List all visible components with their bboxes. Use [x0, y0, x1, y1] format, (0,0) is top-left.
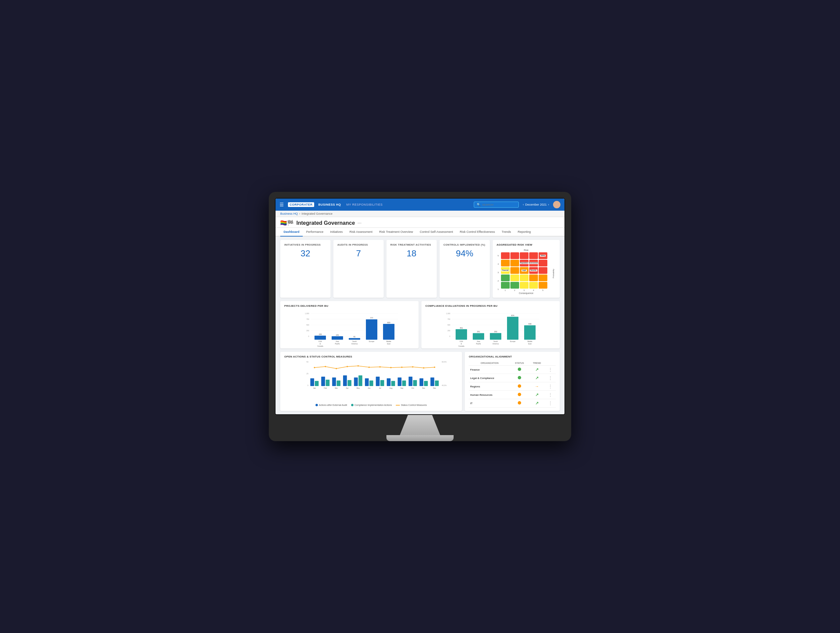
- matrix-cell: [520, 282, 529, 289]
- svg-text:777: 777: [370, 317, 373, 319]
- svg-text:61: 61: [354, 336, 355, 338]
- trend-arrow: ↗: [535, 376, 538, 380]
- top-navigation: ☰ CORPORATER BUSINESS HQ MY RESPONSIBILI…: [276, 199, 564, 211]
- svg-rect-78: [358, 375, 362, 386]
- row-more-icon[interactable]: ⋮: [545, 366, 556, 374]
- tab-control-self[interactable]: Control Self-Assessment: [416, 228, 456, 237]
- svg-text:Feb: Feb: [324, 387, 327, 389]
- trend-arrow: ↗: [535, 367, 538, 372]
- open-actions-card: OPEN ACTIONS & STATUS CONTROL MEASURES 5…: [280, 352, 462, 411]
- projects-title: PROJECTS DELIVERED PER BU: [284, 305, 415, 308]
- legend-label: Compliance Implementation Actions: [354, 404, 392, 406]
- nav-responsibilities[interactable]: MY RESPONSIBILITIES: [346, 203, 383, 206]
- breadcrumb-current: Integrated Governance: [302, 212, 333, 215]
- table-row: IT↗⋮: [469, 399, 556, 407]
- row-more-icon[interactable]: ⋮: [545, 382, 556, 391]
- svg-rect-95: [420, 378, 423, 386]
- svg-text:155: 155: [319, 333, 322, 335]
- page-title: Integrated Governance: [296, 220, 355, 226]
- svg-text:1,000: 1,000: [446, 313, 450, 314]
- tab-risk-treatment[interactable]: Risk Treatment Overview: [376, 228, 417, 237]
- svg-text:Europe: Europe: [510, 340, 515, 343]
- prev-date-icon[interactable]: ‹: [523, 203, 524, 206]
- tab-performance[interactable]: Performance: [303, 228, 327, 237]
- kpi-initiatives-title: INITIATIVES IN PROGRESS: [284, 243, 327, 246]
- svg-point-106: [368, 366, 369, 368]
- svg-rect-98: [430, 378, 434, 386]
- svg-text:Jul: Jul: [379, 387, 381, 389]
- svg-text:South: South: [352, 340, 357, 343]
- svg-text:Nov: Nov: [422, 387, 425, 389]
- matrix-cell: [520, 252, 529, 259]
- svg-text:Middle: Middle: [387, 340, 392, 343]
- matrix-cell: Safety: [538, 252, 547, 259]
- col-trend: TREND: [529, 361, 545, 366]
- svg-rect-65: [311, 378, 314, 386]
- kpi-controls-title: CONTROLS IMPLEMENTED (%): [444, 243, 486, 246]
- svg-rect-90: [402, 380, 406, 386]
- col-org: ORGANIZATION: [469, 361, 510, 366]
- svg-text:USA: USA: [319, 340, 322, 343]
- tab-reporting[interactable]: Reporting: [515, 228, 534, 237]
- svg-rect-10: [314, 336, 326, 340]
- matrix-cell: [510, 260, 519, 267]
- org-name: Regions: [469, 382, 510, 391]
- svg-text:0: 0: [308, 335, 309, 337]
- kpi-initiatives-value: 32: [284, 248, 327, 259]
- svg-rect-81: [369, 380, 373, 386]
- tab-trends[interactable]: Trends: [498, 228, 515, 237]
- tab-risk-assessment[interactable]: Risk Assessment: [346, 228, 376, 237]
- svg-text:&: &: [461, 343, 462, 345]
- matrix-cell: [501, 275, 510, 281]
- svg-rect-19: [349, 338, 360, 340]
- search-input[interactable]: [482, 203, 516, 206]
- kpi-risk-title: RISK TREATMENT ACTIVITIES: [390, 243, 433, 246]
- page-logo-icon: 🏳️‍🌈🏁: [280, 220, 294, 226]
- svg-text:401: 401: [459, 327, 463, 329]
- svg-text:60.0%: 60.0%: [442, 361, 447, 363]
- bottom-row: OPEN ACTIONS & STATUS CONTROL MEASURES 5…: [280, 352, 560, 411]
- user-avatar[interactable]: [553, 201, 561, 208]
- svg-rect-71: [332, 378, 336, 386]
- search-bar[interactable]: 🔍: [474, 202, 519, 208]
- org-trend: →: [529, 382, 545, 391]
- matrix-cell: [538, 275, 547, 281]
- svg-text:Europe: Europe: [369, 340, 374, 343]
- org-status: [510, 374, 529, 382]
- tab-risk-control[interactable]: Risk Control Effectiveness: [456, 228, 498, 237]
- dashboard-content: INITIATIVES IN PROGRESS 32 AUDITS IN PRO…: [276, 237, 564, 414]
- monitor-base: [387, 435, 453, 441]
- page-options-icon[interactable]: ⋯: [357, 221, 362, 226]
- row-more-icon[interactable]: ⋮: [545, 391, 556, 399]
- page-header: 🏳️‍🌈🏁 Integrated Governance ⋯: [276, 217, 564, 228]
- trend-arrow: →: [535, 384, 539, 389]
- matrix-cell: [501, 252, 510, 259]
- open-actions-title: OPEN ACTIONS & STATUS CONTROL MEASURES: [284, 355, 458, 358]
- breadcrumb-home[interactable]: Business HQ: [280, 212, 298, 215]
- matrix-cell: Environment: [529, 260, 538, 267]
- svg-text:Pacific: Pacific: [476, 343, 481, 345]
- nav-business-hq[interactable]: BUSINESS HQ: [318, 203, 341, 206]
- monitor-stand: [400, 415, 440, 435]
- tab-dashboard[interactable]: Dashboard: [280, 228, 303, 237]
- svg-rect-23: [366, 319, 377, 340]
- matrix-cell: Security: [529, 267, 538, 274]
- svg-text:25: 25: [306, 373, 308, 375]
- next-date-icon[interactable]: ›: [548, 203, 549, 206]
- matrix-cell: Legal: [520, 267, 529, 274]
- legend-item: Actions after External Audit: [316, 404, 347, 406]
- tab-bar: Dashboard Performance Initiatives Risk A…: [276, 228, 564, 237]
- row-more-icon[interactable]: ⋮: [545, 374, 556, 382]
- svg-rect-56: [524, 325, 535, 340]
- legend-label: Status Control Measures: [401, 404, 427, 406]
- matrix-cell: [538, 267, 547, 274]
- hamburger-icon[interactable]: ☰: [279, 202, 284, 207]
- row-more-icon[interactable]: ⋮: [545, 399, 556, 407]
- org-trend: ↗: [529, 391, 545, 399]
- svg-text:South: South: [493, 340, 497, 343]
- org-alignment-card: ORGANIZATIONAL ALIGNMENT ORGANIZATION ST…: [465, 352, 560, 411]
- tab-initiatives[interactable]: Initiatives: [327, 228, 346, 237]
- org-name: IT: [469, 399, 510, 407]
- matrix-cell: [501, 282, 510, 289]
- legend-color: [351, 404, 354, 406]
